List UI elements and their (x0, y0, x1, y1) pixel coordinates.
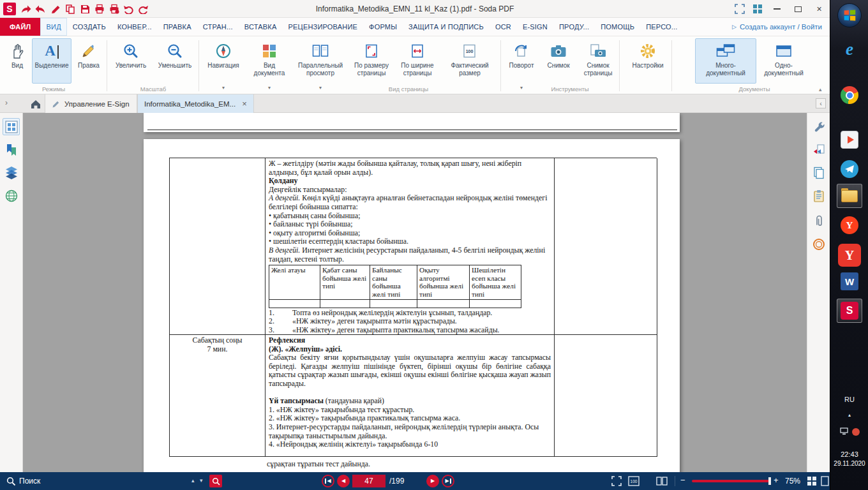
edit-annotation-icon[interactable] (50, 3, 61, 14)
next-page-button[interactable]: ▶ (426, 475, 439, 487)
menu-convert[interactable]: КОНВЕР... (112, 18, 158, 36)
chrome-icon[interactable] (840, 85, 859, 105)
bookmarks-panel-icon[interactable] (3, 141, 20, 158)
yandex-app-icon[interactable]: Y (838, 244, 861, 267)
menu-personalize[interactable]: ПЕРСО... (640, 18, 683, 36)
print-icon[interactable] (94, 3, 105, 14)
zoom-in-button[interactable]: Увеличить (110, 38, 152, 84)
last-page-button[interactable]: ▶ (442, 475, 454, 487)
actual-size-button-ribbon[interactable]: 100 Фактический размер (442, 38, 498, 84)
layers-panel-icon[interactable] (3, 164, 20, 181)
collapse-ribbon-icon[interactable]: ▴ (819, 86, 822, 93)
multi-document-button[interactable]: Много-документный (695, 38, 756, 84)
account-link[interactable]: ▷ Создать аккаунт / Войти (732, 18, 830, 36)
navigation-button[interactable]: Навигация (202, 38, 244, 84)
thumbnails-panel-icon[interactable] (3, 118, 20, 135)
zoom-slider[interactable] (692, 480, 770, 482)
web-panel-icon[interactable] (3, 187, 20, 204)
yandex-browser-icon[interactable]: Y (840, 216, 859, 235)
menu-forms[interactable]: ФОРМЫ (363, 18, 403, 36)
parallel-view-button[interactable]: Параллельный просмотр (293, 38, 348, 84)
actual-size-status-icon[interactable]: 100 (628, 476, 640, 486)
fullscreen-icon[interactable] (611, 476, 622, 486)
facing-pages-icon[interactable] (656, 476, 668, 486)
panel-left-chevron-icon[interactable]: › (5, 99, 8, 107)
stamp-icon[interactable] (810, 235, 827, 253)
explorer-folder-icon[interactable] (837, 184, 862, 208)
menu-ocr[interactable]: OCR (490, 18, 517, 36)
settings-button[interactable]: Настройки (626, 38, 670, 84)
word-icon[interactable]: W (840, 272, 859, 291)
edit-mode-button[interactable]: Правка (73, 38, 105, 84)
save-icon[interactable] (79, 3, 90, 14)
fit-width-button[interactable]: По ширине страницы (395, 38, 440, 84)
single-document-button[interactable]: Одно-документный (758, 38, 809, 84)
search-label[interactable]: Поиск (19, 477, 40, 486)
tab-esign-management[interactable]: Управление E-Sign (45, 94, 137, 113)
menu-pages[interactable]: СТРАН... (197, 18, 239, 36)
print-setup-icon[interactable] (108, 3, 119, 14)
minimize-button[interactable] (768, 2, 786, 16)
tray-expand-icon[interactable]: ▴ (830, 412, 868, 418)
redo-icon[interactable] (138, 3, 149, 14)
menu-file[interactable]: ФАЙЛ (0, 18, 40, 36)
page-number-input[interactable]: 47 (352, 475, 385, 487)
menu-review[interactable]: РЕЦЕНЗИРОВАНИЕ (282, 18, 363, 36)
snapshot-button[interactable]: Снимок (540, 38, 577, 84)
menu-create[interactable]: СОЗДАТЬ (67, 18, 112, 36)
clock-time[interactable]: 22:43 (830, 450, 868, 458)
titlebar[interactable]: S Informatika_Metodika_EMN_11 kl_Kaz (1)… (0, 0, 830, 18)
zoom-level[interactable]: 75% (785, 477, 800, 486)
document-area[interactable]: Ж – жетілдіру (мәтін жады бойынша қайтал… (23, 113, 807, 472)
rotate-button[interactable]: Поворот (505, 38, 538, 84)
tray-app-icon[interactable] (852, 428, 860, 436)
copy-icon[interactable] (64, 3, 75, 14)
dropdown-arrow-icon[interactable]: ▾ (319, 85, 322, 91)
layout-grid-icon[interactable] (750, 3, 765, 15)
thumbnail-view-icon[interactable] (807, 476, 817, 486)
menu-products[interactable]: ПРОДУ... (553, 18, 595, 36)
menu-esign[interactable]: E-SIGN (517, 18, 553, 36)
clipboard-icon[interactable] (810, 187, 827, 204)
ie-icon[interactable]: e (840, 40, 859, 59)
start-button[interactable] (837, 3, 862, 27)
expand-view-icon[interactable] (732, 3, 747, 15)
telegram-icon[interactable] (840, 160, 859, 179)
panel-right-chevron-icon[interactable]: ‹ (816, 98, 826, 108)
sodapdf-taskbar-icon[interactable]: S (837, 299, 862, 323)
single-page-view-icon[interactable] (821, 476, 830, 486)
fit-page-button[interactable]: По размеру страницы (350, 38, 393, 84)
close-button[interactable]: × (810, 2, 828, 16)
reply-icon[interactable] (35, 3, 46, 14)
menu-help[interactable]: ПОМОЩЬ (595, 18, 640, 36)
menu-edit[interactable]: ПРАВКА (158, 18, 197, 36)
page-arrows-icon[interactable] (810, 141, 827, 158)
zoom-in-button[interactable]: + (774, 476, 779, 484)
dropdown-arrow-icon[interactable]: ▾ (520, 85, 523, 91)
menu-secure-sign[interactable]: ЗАЩИТА И ПОДПИСЬ (403, 18, 490, 36)
maximize-button[interactable] (789, 2, 807, 16)
menu-view[interactable]: ВИД (40, 18, 66, 36)
document-view-button[interactable]: Вид документа (248, 38, 291, 84)
zoom-slider-knob[interactable] (768, 477, 771, 485)
selection-mode-button[interactable]: A Выделение (32, 38, 71, 84)
home-tab[interactable] (28, 98, 43, 110)
search-button[interactable] (209, 475, 222, 487)
previous-page-button[interactable]: ◀ (337, 475, 350, 487)
undo-icon[interactable] (123, 3, 134, 14)
media-player-icon[interactable] (840, 130, 859, 149)
tools-wrench-icon[interactable] (810, 118, 827, 135)
zoom-out-button[interactable]: − (680, 476, 685, 484)
search-next-icon[interactable]: ▾ (200, 478, 203, 484)
language-indicator[interactable]: RU (830, 396, 868, 403)
first-page-button[interactable]: ◀ (322, 475, 334, 487)
search-prev-icon[interactable]: ▴ (191, 478, 195, 484)
pages-panel-icon[interactable] (810, 164, 827, 181)
tab-document[interactable]: Informatika_Metodika_EM... × (137, 94, 254, 113)
clock-date[interactable]: 29.11.2020 (830, 460, 868, 467)
dropdown-arrow-icon[interactable]: ▾ (222, 85, 225, 91)
send-icon[interactable] (20, 3, 31, 14)
tab-close-icon[interactable]: × (242, 100, 247, 108)
menu-insert[interactable]: ВСТАВКА (239, 18, 283, 36)
attachments-paperclip-icon[interactable] (810, 212, 827, 230)
